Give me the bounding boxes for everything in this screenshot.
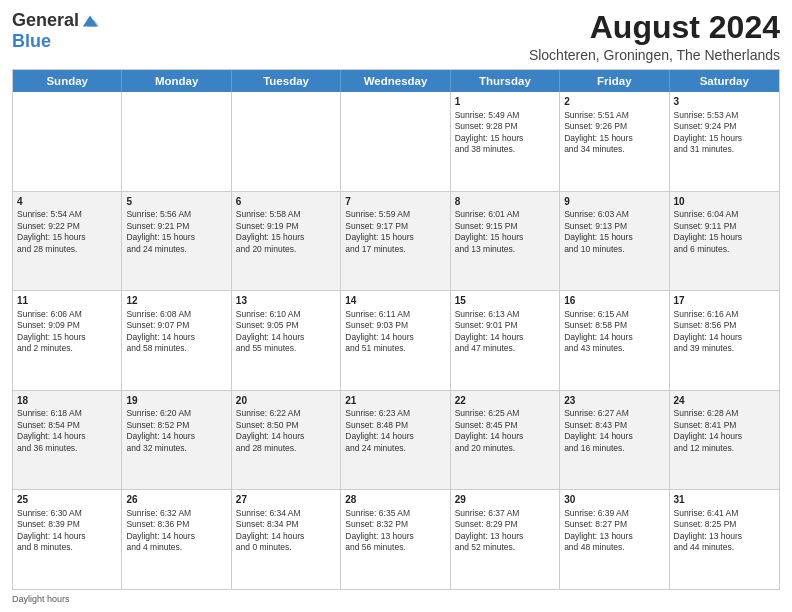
cell-content-line: Daylight: 14 hours <box>236 332 336 343</box>
cell-content-line: Daylight: 14 hours <box>564 431 664 442</box>
cell-content-line: Sunset: 9:03 PM <box>345 320 445 331</box>
day-number: 23 <box>564 394 664 408</box>
cell-content-line: and 16 minutes. <box>564 443 664 454</box>
cell-content-line: Sunset: 9:05 PM <box>236 320 336 331</box>
calendar-row: 18Sunrise: 6:18 AMSunset: 8:54 PMDayligh… <box>13 390 779 490</box>
calendar-cell: 17Sunrise: 6:16 AMSunset: 8:56 PMDayligh… <box>670 291 779 390</box>
day-number: 31 <box>674 493 775 507</box>
calendar-cell: 29Sunrise: 6:37 AMSunset: 8:29 PMDayligh… <box>451 490 560 589</box>
cell-content-line: Daylight: 13 hours <box>674 531 775 542</box>
cell-content-line: and 58 minutes. <box>126 343 226 354</box>
cell-content-line: and 32 minutes. <box>126 443 226 454</box>
cell-content-line: Sunset: 9:07 PM <box>126 320 226 331</box>
cell-content-line: Sunrise: 6:28 AM <box>674 408 775 419</box>
logo-text: General <box>12 10 99 31</box>
calendar-cell: 18Sunrise: 6:18 AMSunset: 8:54 PMDayligh… <box>13 391 122 490</box>
cell-content-line: Sunset: 8:52 PM <box>126 420 226 431</box>
calendar-cell <box>122 92 231 191</box>
cell-content-line: Sunset: 8:27 PM <box>564 519 664 530</box>
cell-content-line: Daylight: 14 hours <box>126 431 226 442</box>
calendar-header-cell: Saturday <box>670 70 779 92</box>
calendar-cell: 3Sunrise: 5:53 AMSunset: 9:24 PMDaylight… <box>670 92 779 191</box>
logo: General Blue <box>12 10 99 52</box>
cell-content-line: Daylight: 14 hours <box>345 332 445 343</box>
cell-content-line: and 52 minutes. <box>455 542 555 553</box>
day-number: 4 <box>17 195 117 209</box>
cell-content-line: Daylight: 13 hours <box>345 531 445 542</box>
calendar-cell: 9Sunrise: 6:03 AMSunset: 9:13 PMDaylight… <box>560 192 669 291</box>
calendar-cell: 4Sunrise: 5:54 AMSunset: 9:22 PMDaylight… <box>13 192 122 291</box>
subtitle: Slochteren, Groningen, The Netherlands <box>529 47 780 63</box>
cell-content-line: Sunset: 8:45 PM <box>455 420 555 431</box>
cell-content-line: and 17 minutes. <box>345 244 445 255</box>
day-number: 19 <box>126 394 226 408</box>
calendar-cell: 28Sunrise: 6:35 AMSunset: 8:32 PMDayligh… <box>341 490 450 589</box>
day-number: 13 <box>236 294 336 308</box>
day-number: 26 <box>126 493 226 507</box>
calendar-cell <box>232 92 341 191</box>
day-number: 27 <box>236 493 336 507</box>
cell-content-line: Daylight: 14 hours <box>126 332 226 343</box>
cell-content-line: and 51 minutes. <box>345 343 445 354</box>
header: General Blue August 2024 Slochteren, Gro… <box>12 10 780 63</box>
calendar-row: 25Sunrise: 6:30 AMSunset: 8:39 PMDayligh… <box>13 489 779 589</box>
cell-content-line: and 13 minutes. <box>455 244 555 255</box>
cell-content-line: Daylight: 14 hours <box>126 531 226 542</box>
cell-content-line: Sunrise: 5:53 AM <box>674 110 775 121</box>
cell-content-line: Sunset: 8:48 PM <box>345 420 445 431</box>
calendar-cell: 8Sunrise: 6:01 AMSunset: 9:15 PMDaylight… <box>451 192 560 291</box>
calendar-cell: 31Sunrise: 6:41 AMSunset: 8:25 PMDayligh… <box>670 490 779 589</box>
calendar-header-cell: Sunday <box>13 70 122 92</box>
cell-content-line: and 44 minutes. <box>674 542 775 553</box>
cell-content-line: Sunset: 9:26 PM <box>564 121 664 132</box>
calendar-row: 4Sunrise: 5:54 AMSunset: 9:22 PMDaylight… <box>13 191 779 291</box>
calendar-row: 11Sunrise: 6:06 AMSunset: 9:09 PMDayligh… <box>13 290 779 390</box>
cell-content-line: Daylight: 14 hours <box>236 431 336 442</box>
cell-content-line: Daylight: 15 hours <box>674 133 775 144</box>
day-number: 5 <box>126 195 226 209</box>
calendar-cell: 1Sunrise: 5:49 AMSunset: 9:28 PMDaylight… <box>451 92 560 191</box>
cell-content-line: Daylight: 14 hours <box>674 431 775 442</box>
cell-content-line: Sunset: 8:29 PM <box>455 519 555 530</box>
cell-content-line: Sunset: 8:56 PM <box>674 320 775 331</box>
cell-content-line: Sunrise: 6:23 AM <box>345 408 445 419</box>
day-number: 7 <box>345 195 445 209</box>
calendar-body: 1Sunrise: 5:49 AMSunset: 9:28 PMDaylight… <box>13 92 779 589</box>
cell-content-line: Daylight: 15 hours <box>455 232 555 243</box>
cell-content-line: Daylight: 15 hours <box>236 232 336 243</box>
day-number: 17 <box>674 294 775 308</box>
cell-content-line: Sunrise: 6:41 AM <box>674 508 775 519</box>
day-number: 3 <box>674 95 775 109</box>
cell-content-line: Sunrise: 6:06 AM <box>17 309 117 320</box>
cell-content-line: Daylight: 14 hours <box>236 531 336 542</box>
day-number: 2 <box>564 95 664 109</box>
cell-content-line: Sunset: 8:41 PM <box>674 420 775 431</box>
calendar-cell: 23Sunrise: 6:27 AMSunset: 8:43 PMDayligh… <box>560 391 669 490</box>
cell-content-line: and 10 minutes. <box>564 244 664 255</box>
calendar-row: 1Sunrise: 5:49 AMSunset: 9:28 PMDaylight… <box>13 92 779 191</box>
calendar-cell: 25Sunrise: 6:30 AMSunset: 8:39 PMDayligh… <box>13 490 122 589</box>
calendar-cell: 12Sunrise: 6:08 AMSunset: 9:07 PMDayligh… <box>122 291 231 390</box>
cell-content-line: Sunrise: 6:01 AM <box>455 209 555 220</box>
cell-content-line: and 56 minutes. <box>345 542 445 553</box>
calendar-cell: 7Sunrise: 5:59 AMSunset: 9:17 PMDaylight… <box>341 192 450 291</box>
calendar-cell: 13Sunrise: 6:10 AMSunset: 9:05 PMDayligh… <box>232 291 341 390</box>
cell-content-line: Daylight: 15 hours <box>345 232 445 243</box>
cell-content-line: and 43 minutes. <box>564 343 664 354</box>
cell-content-line: Sunset: 9:24 PM <box>674 121 775 132</box>
cell-content-line: Sunrise: 5:54 AM <box>17 209 117 220</box>
day-number: 18 <box>17 394 117 408</box>
cell-content-line: Sunset: 9:19 PM <box>236 221 336 232</box>
cell-content-line: and 47 minutes. <box>455 343 555 354</box>
calendar-cell: 11Sunrise: 6:06 AMSunset: 9:09 PMDayligh… <box>13 291 122 390</box>
day-number: 10 <box>674 195 775 209</box>
cell-content-line: and 6 minutes. <box>674 244 775 255</box>
cell-content-line: Daylight: 14 hours <box>455 332 555 343</box>
cell-content-line: Sunset: 9:01 PM <box>455 320 555 331</box>
cell-content-line: Daylight: 15 hours <box>564 232 664 243</box>
day-number: 9 <box>564 195 664 209</box>
cell-content-line: Daylight: 15 hours <box>17 332 117 343</box>
logo-blue-text: Blue <box>12 31 51 52</box>
cell-content-line: Sunrise: 5:58 AM <box>236 209 336 220</box>
cell-content-line: Sunset: 9:11 PM <box>674 221 775 232</box>
